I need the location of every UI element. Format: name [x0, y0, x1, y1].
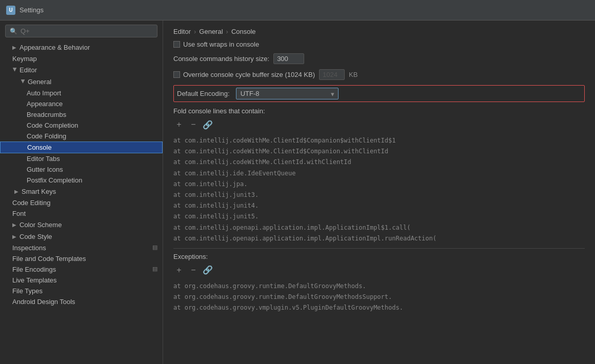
encoding-select[interactable]: UTF-8 UTF-16 ISO-8859-1 US-ASCII: [236, 88, 339, 99]
cycle-buffer-row: Override console cycle buffer size (1024…: [173, 69, 585, 80]
divider: [173, 248, 585, 249]
title-bar: U Settings: [0, 0, 595, 21]
sidebar-item-postfix-completion[interactable]: Postfix Completion: [0, 175, 163, 186]
sidebar-item-live-templates[interactable]: Live Templates: [0, 275, 163, 286]
history-size-row: Console commands history size:: [173, 53, 585, 64]
fold-line-7: at com.intellij.junit4.: [173, 200, 585, 211]
sidebar-item-file-code-templates[interactable]: File and Code Templates: [0, 253, 163, 264]
chevron-right-icon: ▶: [12, 234, 17, 239]
exceptions-add-button[interactable]: +: [173, 265, 185, 276]
sidebar-item-font[interactable]: Font: [0, 208, 163, 219]
exceptions-edit-button[interactable]: 🔗: [202, 265, 213, 276]
content-panel: Editor › General › Console Use soft wrap…: [163, 21, 595, 364]
sidebar-item-code-completion[interactable]: Code Completion: [0, 120, 163, 131]
sidebar-item-appearance[interactable]: Appearance: [0, 98, 163, 109]
fold-section-label: Fold console lines that contain:: [173, 107, 585, 115]
cycle-buffer-checkbox[interactable]: [173, 71, 180, 78]
main-layout: 🔍 ▶ Appearance & Behavior Keymap ▶ Edito…: [0, 21, 595, 364]
history-size-input[interactable]: [273, 53, 304, 64]
chevron-right-icon: ▶: [12, 45, 17, 50]
fold-edit-button[interactable]: 🔗: [202, 119, 213, 130]
window-title: Settings: [19, 6, 44, 14]
exception-lines-list: at org.codehaus.groovy.runtime.DefaultGr…: [173, 281, 585, 314]
sidebar-item-keymap[interactable]: Keymap: [0, 53, 163, 64]
soft-wraps-checkbox[interactable]: [173, 41, 180, 48]
soft-wraps-label[interactable]: Use soft wraps in console: [173, 41, 259, 48]
sidebar-item-code-folding[interactable]: Code Folding: [0, 131, 163, 141]
chevron-right-icon: ▶: [12, 222, 17, 228]
fold-remove-button[interactable]: −: [188, 119, 199, 130]
breadcrumb: Editor › General › Console: [163, 21, 595, 41]
exceptions-icon-row: + − 🔗: [173, 265, 585, 276]
sidebar-item-breadcrumbs[interactable]: Breadcrumbs: [0, 109, 163, 120]
exception-line-3: at org.codehaus.groovy.vmplugin.v5.Plugi…: [173, 302, 585, 313]
sidebar-item-inspections[interactable]: Inspections ▤: [0, 242, 163, 253]
sidebar: 🔍 ▶ Appearance & Behavior Keymap ▶ Edito…: [0, 21, 163, 364]
fold-line-4: at com.intellij.ide.IdeEventQueue: [173, 168, 585, 179]
fold-line-3: at com.intellij.codeWithMe.ClientId.with…: [173, 157, 585, 168]
encoding-select-wrapper[interactable]: UTF-8 UTF-16 ISO-8859-1 US-ASCII: [236, 88, 339, 99]
sidebar-item-editor-tabs[interactable]: Editor Tabs: [0, 153, 163, 164]
chevron-down-icon: ▶: [21, 79, 26, 85]
fold-line-6: at com.intellij.junit3.: [173, 190, 585, 200]
search-icon: 🔍: [10, 28, 17, 35]
sidebar-item-color-scheme[interactable]: ▶ Color Scheme: [0, 219, 163, 231]
fold-line-9: at com.intellij.openapi.application.impl…: [173, 223, 585, 233]
fold-line-10: at com.intellij.openapi.application.impl…: [173, 233, 585, 244]
fold-icon-row: + − 🔗: [173, 119, 585, 130]
exceptions-section-label: Exceptions:: [173, 253, 585, 260]
breadcrumb-sep-2: ›: [226, 28, 228, 35]
exception-line-1: at org.codehaus.groovy.runtime.DefaultGr…: [173, 281, 585, 292]
breadcrumb-sep-1: ›: [194, 28, 196, 35]
sidebar-item-general[interactable]: ▶ General: [0, 76, 163, 88]
chevron-right-icon: ▶: [14, 189, 19, 194]
cycle-buffer-label[interactable]: Override console cycle buffer size (1024…: [173, 71, 315, 78]
sidebar-item-code-style[interactable]: ▶ Code Style: [0, 231, 163, 242]
fold-line-1: at com.intellij.codeWithMe.ClientId$Comp…: [173, 135, 585, 146]
sidebar-item-android-design-tools[interactable]: Android Design Tools: [0, 296, 163, 307]
exception-line-2: at org.codehaus.groovy.runtime.DefaultGr…: [173, 292, 585, 302]
sidebar-item-console[interactable]: Console: [0, 141, 163, 153]
chevron-down-icon: ▶: [12, 68, 18, 73]
search-box[interactable]: 🔍: [5, 25, 157, 37]
exceptions-remove-button[interactable]: −: [188, 265, 199, 276]
sidebar-item-code-editing[interactable]: Code Editing: [0, 197, 163, 208]
sidebar-item-editor[interactable]: ▶ Editor: [0, 64, 163, 76]
fold-line-8: at com.intellij.junit5.: [173, 211, 585, 222]
sidebar-item-file-encodings[interactable]: File Encodings ▤: [0, 264, 163, 275]
file-encodings-icon: ▤: [152, 266, 157, 272]
fold-line-5: at com.intellij.jpa.: [173, 179, 585, 190]
sidebar-item-gutter-icons[interactable]: Gutter Icons: [0, 164, 163, 175]
sidebar-item-smart-keys[interactable]: ▶ Smart Keys: [0, 186, 163, 197]
fold-lines-list: at com.intellij.codeWithMe.ClientId$Comp…: [173, 135, 585, 244]
search-input[interactable]: [21, 27, 153, 35]
sidebar-item-auto-import[interactable]: Auto Import: [0, 88, 163, 98]
sidebar-item-file-types[interactable]: File Types: [0, 286, 163, 296]
soft-wraps-row: Use soft wraps in console: [173, 41, 585, 48]
cycle-buffer-input[interactable]: [319, 69, 345, 80]
default-encoding-row: Default Encoding: UTF-8 UTF-16 ISO-8859-…: [173, 85, 585, 102]
sidebar-item-appearance-behavior[interactable]: ▶ Appearance & Behavior: [0, 42, 163, 53]
app-icon: U: [6, 6, 15, 15]
content-body: Use soft wraps in console Console comman…: [163, 41, 595, 364]
fold-line-2: at com.intellij.codeWithMe.ClientId$Comp…: [173, 146, 585, 157]
fold-add-button[interactable]: +: [173, 119, 185, 130]
inspections-icon: ▤: [152, 244, 157, 251]
